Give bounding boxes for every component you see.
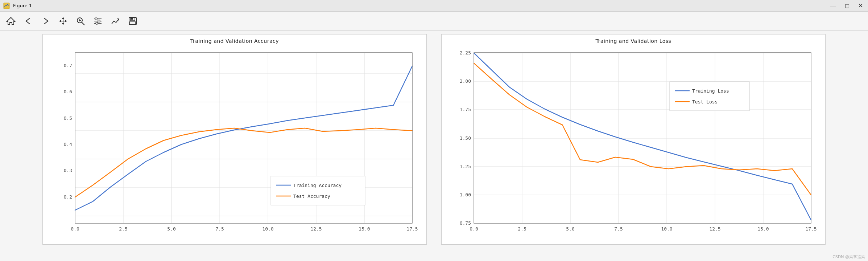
svg-line-9 [82,22,84,25]
forward-button[interactable] [38,15,53,28]
svg-point-17 [96,22,98,24]
svg-text:17.5: 17.5 [805,226,817,232]
svg-text:15.0: 15.0 [359,226,370,232]
svg-text:0.0: 0.0 [470,226,478,232]
svg-point-16 [98,20,100,22]
watermark: CSDN @风筝追风 [832,254,865,260]
svg-text:0.3: 0.3 [64,168,72,173]
loss-chart: Training and Validation Loss [441,34,826,245]
svg-text:12.5: 12.5 [310,226,322,232]
svg-rect-88 [670,82,749,111]
svg-rect-51 [271,176,365,205]
title-bar: Figure 1 ― ◻ ✕ [0,0,868,12]
svg-point-15 [95,18,97,20]
title-bar-controls: ― ◻ ✕ [828,1,865,10]
back-icon [23,16,33,26]
svg-marker-1 [7,17,15,25]
svg-text:Test Loss: Test Loss [692,99,718,105]
svg-text:10.0: 10.0 [661,226,672,232]
loss-chart-svg-wrapper: 0.75 1.00 1.25 1.50 1.75 2.00 2.25 0.0 2… [445,45,822,242]
loss-svg: 0.75 1.00 1.25 1.50 1.75 2.00 2.25 0.0 2… [445,45,822,241]
zoom-icon [75,16,86,26]
loss-chart-title: Training and Validation Loss [596,38,671,44]
svg-text:1.00: 1.00 [460,192,471,197]
svg-text:0.6: 0.6 [64,89,72,94]
svg-text:Training Accuracy: Training Accuracy [293,183,342,188]
accuracy-chart-svg-wrapper: 0.2 0.3 0.4 0.5 0.6 0.7 0.0 2.5 5.0 7.5 … [46,45,423,242]
svg-text:17.5: 17.5 [406,226,418,232]
svg-text:Test Accuracy: Test Accuracy [293,193,330,199]
svg-marker-5 [62,23,64,25]
svg-text:0.5: 0.5 [64,115,72,121]
svg-text:1.50: 1.50 [460,135,471,141]
svg-text:Training Loss: Training Loss [692,88,729,94]
accuracy-chart-title: Training and Validation Accuracy [190,38,279,44]
svg-rect-57 [474,53,811,223]
svg-text:0.75: 0.75 [460,220,471,226]
configure-button[interactable] [91,15,105,28]
close-button[interactable]: ✕ [856,1,865,10]
save-button[interactable] [125,15,140,28]
chart-area: Training and Validation Accuracy [0,30,868,261]
svg-text:5.0: 5.0 [167,226,175,232]
svg-rect-20 [131,17,133,20]
svg-text:1.75: 1.75 [460,107,471,112]
svg-text:10.0: 10.0 [262,226,273,232]
svg-rect-21 [130,22,136,25]
svg-text:7.5: 7.5 [215,226,224,232]
svg-text:0.2: 0.2 [64,194,72,200]
svg-text:5.0: 5.0 [566,226,574,232]
zoom-button[interactable] [73,15,88,28]
svg-text:1.25: 1.25 [460,164,471,169]
svg-text:2.25: 2.25 [460,50,471,56]
svg-text:12.5: 12.5 [709,226,720,232]
figure-icon [3,2,10,9]
svg-text:0.4: 0.4 [64,142,73,147]
forward-icon [41,16,51,26]
autoscale-icon [110,16,120,26]
svg-marker-4 [62,17,64,19]
toolbar [0,12,868,30]
svg-text:7.5: 7.5 [614,226,623,232]
accuracy-svg: 0.2 0.3 0.4 0.5 0.6 0.7 0.0 2.5 5.0 7.5 … [46,45,423,241]
svg-text:2.5: 2.5 [518,226,526,232]
maximize-button[interactable]: ◻ [843,1,852,10]
svg-text:2.5: 2.5 [119,226,127,232]
save-icon [128,16,138,26]
svg-marker-6 [59,20,61,22]
title-bar-left: Figure 1 [3,2,32,9]
home-button[interactable] [4,15,18,28]
accuracy-chart: Training and Validation Accuracy [42,34,427,245]
pan-icon [58,16,68,26]
svg-text:0.7: 0.7 [64,63,72,68]
back-button[interactable] [21,15,36,28]
svg-text:2.00: 2.00 [460,78,471,84]
home-icon [6,16,16,26]
svg-text:0.0: 0.0 [71,226,79,232]
configure-icon [93,16,103,26]
svg-marker-7 [65,20,67,22]
svg-text:15.0: 15.0 [757,226,769,232]
pan-button[interactable] [56,15,70,28]
autoscale-button[interactable] [108,15,123,28]
minimize-button[interactable]: ― [828,2,838,10]
window-title: Figure 1 [13,3,32,8]
